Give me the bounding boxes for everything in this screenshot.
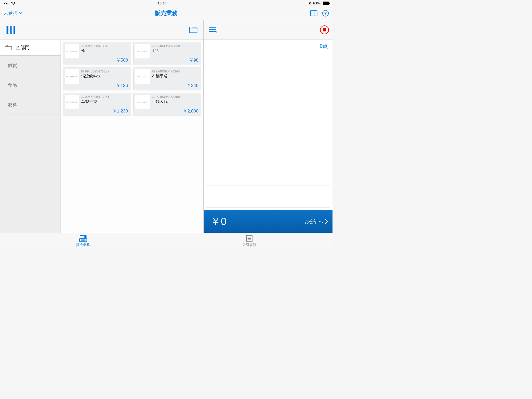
barcode-mini-icon [81,96,84,98]
product-thumb: NO IMAGE [65,69,79,84]
chevron-down-icon [19,12,22,14]
svg-rect-39 [84,236,86,238]
product-barcode: 9946395473351 [85,95,109,99]
status-bar: iPad 15:35 100% [0,0,332,6]
product-card[interactable]: NO IMAGE9946395473337清涼飲料水￥136 [63,68,131,90]
navbar: 未選択 販売業務 ? [0,6,332,20]
product-name: 小銭入れ [152,99,199,104]
sidebar-item-label: 衣料 [8,102,17,108]
register-icon [79,235,87,242]
svg-rect-10 [11,26,12,34]
battery-icon [323,2,330,5]
product-card[interactable]: NO IMAGE9946395473313傘￥500 [63,42,131,65]
sidebar-item-1[interactable]: 食品 [3,75,58,95]
svg-rect-12 [14,26,15,34]
product-name: 布製手袋 [152,74,199,79]
cart-line-empty [206,185,330,208]
sidebar-item-0[interactable]: 雑貨 [3,56,58,75]
cart-line-empty [206,75,330,97]
product-price: ￥500 [116,57,128,63]
product-thumb: NO IMAGE [135,44,150,58]
barcode-icon[interactable] [6,26,16,34]
sidebar-header[interactable]: 全部門 [0,39,61,56]
product-barcode: 9946395473313 [85,44,109,48]
selector-label: 未選択 [4,10,18,16]
chevron-right-icon [325,219,328,224]
cart-line-empty [206,53,330,75]
product-name: 清涼飲料水 [81,74,129,79]
sidebar-header-label: 全部門 [16,44,30,51]
battery-percent: 100% [312,1,321,5]
bluetooth-icon [309,1,311,5]
svg-text:?: ? [324,11,327,15]
product-grid: NO IMAGE9946395473313傘￥500NO IMAGE994639… [61,39,204,233]
product-name: ガム [152,48,199,53]
svg-rect-11 [13,26,14,34]
product-name: 傘 [81,48,129,53]
product-barcode: 9946395473344 [156,69,180,73]
selector-button[interactable]: 未選択 [4,10,22,16]
checkout-label: お会計へ [304,218,323,225]
tab-sales[interactable]: 販売業務 [0,233,166,249]
list-add-icon[interactable] [209,26,217,33]
sidebar-item-2[interactable]: 衣料 [3,95,58,115]
folder-outline-icon [5,45,12,50]
barcode-mini-icon [152,70,155,73]
svg-rect-0 [323,2,329,5]
product-price: ￥2,000 [183,108,198,114]
product-price: ￥1,230 [112,108,128,114]
checkout-button[interactable]: ￥0 お会計へ [204,210,332,233]
product-name: 革製手袋 [81,99,129,104]
clock: 15:35 [158,1,166,5]
page-title: 販売業務 [155,9,178,17]
folder-icon[interactable] [189,26,198,33]
cart-line-empty [206,163,330,185]
sidebar-item-label: 雑貨 [8,62,17,69]
svg-rect-1 [329,3,330,4]
help-icon[interactable]: ? [322,10,329,17]
svg-rect-8 [9,26,9,34]
stop-icon [323,28,326,31]
device-label: iPad [3,1,9,5]
product-price: ￥340 [187,83,198,89]
product-barcode: 9946395473320 [156,44,180,48]
tab-label: 取引履歴 [243,243,256,247]
product-price: ￥98 [189,57,198,63]
product-thumb: NO IMAGE [65,44,79,58]
svg-rect-9 [10,26,11,34]
cart-line-empty [206,141,330,163]
product-barcode: 9946395473368 [156,95,180,99]
cart-total: ￥0 [210,214,227,229]
svg-rect-7 [7,26,8,34]
cart-lines [204,53,332,210]
barcode-mini-icon [152,45,155,47]
cart-line-empty [206,119,330,141]
barcode-mini-icon [81,45,84,47]
svg-rect-41 [81,240,85,241]
cart-line-empty [206,97,330,119]
svg-rect-2 [310,11,317,16]
product-thumb: NO IMAGE [65,95,79,109]
tab-history[interactable]: 取引履歴 [166,233,332,249]
svg-rect-6 [6,26,6,34]
product-card[interactable]: NO IMAGE9946395473368小銭入れ￥2,000 [134,93,202,116]
barcode-mini-icon [152,96,155,98]
product-card[interactable]: NO IMAGE9946395473344布製手袋￥340 [134,68,202,90]
product-card[interactable]: NO IMAGE9946395473351革製手袋￥1,230 [63,93,131,116]
barcode-mini-icon [81,70,84,73]
product-thumb: NO IMAGE [135,95,150,109]
tabbar: 販売業務 取引履歴 [0,233,332,249]
product-thumb: NO IMAGE [135,69,150,84]
record-stop-button[interactable] [320,25,329,34]
product-price: ￥136 [116,83,128,89]
cart-panel: 0点 ￥0 お会計へ [204,39,332,233]
sidebar-item-label: 食品 [8,82,17,88]
cart-count: 0点 [204,39,332,53]
receipt-icon [246,235,253,242]
toolbar [0,20,332,39]
tab-label: 販売業務 [76,243,90,247]
sidebar: 全部門 雑貨 食品 衣料 [0,39,61,233]
main: 全部門 雑貨 食品 衣料 NO IMAGE9946395473313傘￥500N… [0,39,332,233]
product-card[interactable]: NO IMAGE9946395473320ガム￥98 [134,42,202,65]
panel-toggle-icon[interactable] [310,10,317,16]
